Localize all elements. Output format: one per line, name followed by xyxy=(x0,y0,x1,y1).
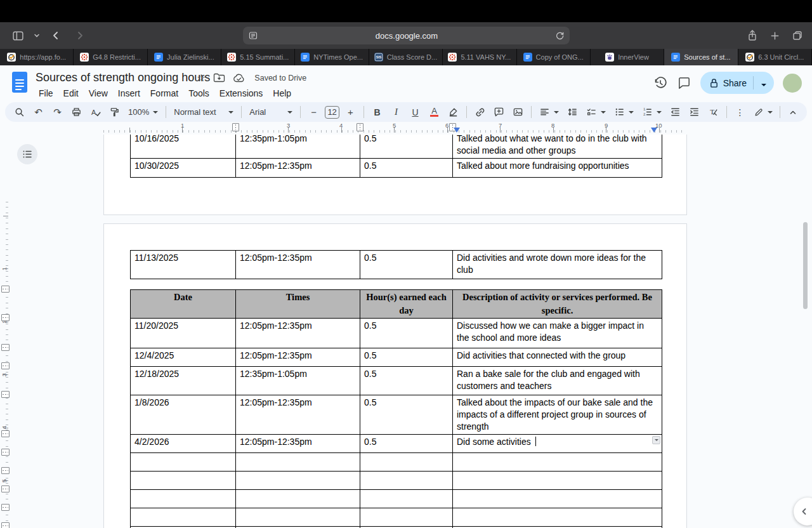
cell-times[interactable]: 12:35pm-1:05pm xyxy=(236,135,360,159)
reader-icon[interactable] xyxy=(248,30,258,41)
horizontal-ruler[interactable]: 1 2 3 4 5 6 7 8 9 10 xyxy=(0,122,812,135)
menu-edit[interactable]: Edit xyxy=(59,87,83,100)
underline-button[interactable]: U xyxy=(407,104,423,120)
undo-icon[interactable]: ↶ xyxy=(30,104,46,120)
clear-formatting-icon[interactable]: T xyxy=(705,104,721,120)
search-icon[interactable] xyxy=(11,104,27,120)
font-size-input[interactable]: 12 xyxy=(325,106,339,119)
tab-innerview[interactable]: InnerView xyxy=(591,49,664,65)
page-1[interactable]: 10/16/2025 12:35pm-1:05pm 0.5 Talked abo… xyxy=(103,135,687,215)
hours-table-main[interactable]: Date Times Hour(s) earned each day Descr… xyxy=(130,289,662,528)
cell-times[interactable]: 12:05pm-12:35pm xyxy=(236,159,360,178)
cell-description[interactable]: Did activities and wrote down more ideas… xyxy=(453,251,662,279)
row-marker[interactable] xyxy=(1,344,10,351)
zoom-select[interactable]: 100% xyxy=(126,107,160,117)
cell-times[interactable]: 12:05pm-12:35pm xyxy=(236,251,360,279)
share-dropdown[interactable] xyxy=(754,77,774,89)
styles-select[interactable]: Normal text xyxy=(171,107,236,117)
header-date[interactable]: Date xyxy=(131,290,236,319)
menu-extensions[interactable]: Extensions xyxy=(215,87,267,100)
reload-icon[interactable] xyxy=(555,31,565,41)
font-select[interactable]: Arial xyxy=(247,107,295,117)
cell-empty[interactable] xyxy=(360,508,453,527)
row-marker[interactable] xyxy=(1,522,10,528)
cell-empty[interactable] xyxy=(360,472,453,490)
avatar[interactable] xyxy=(783,74,802,93)
tab-g48-restrictions[interactable]: G4.8 Restricti... xyxy=(74,49,147,65)
cell-description-active[interactable]: Did some activities xyxy=(453,435,662,453)
italic-button[interactable]: I xyxy=(388,104,404,120)
move-folder-icon[interactable] xyxy=(213,72,225,83)
cell-hours[interactable]: 0.5 xyxy=(360,319,453,348)
cell-date[interactable]: 4/2/2026 xyxy=(131,435,236,453)
cell-empty[interactable] xyxy=(131,453,236,472)
paint-format-icon[interactable] xyxy=(107,104,122,120)
version-history-icon[interactable] xyxy=(653,76,668,91)
row-marker[interactable] xyxy=(1,286,10,293)
row-marker[interactable] xyxy=(1,430,10,437)
cell-description[interactable]: Talked about more fundraising opportunit… xyxy=(453,159,662,178)
cell-empty[interactable] xyxy=(131,508,236,527)
cell-empty[interactable] xyxy=(236,490,360,508)
increase-font-size-button[interactable]: + xyxy=(343,104,358,120)
cell-date[interactable]: 11/13/2025 xyxy=(131,251,236,279)
cell-hours[interactable]: 0.5 xyxy=(360,395,453,435)
address-bar[interactable]: docs.google.com xyxy=(243,27,570,44)
cell-empty[interactable] xyxy=(131,490,236,508)
cell-description[interactable]: Talked about the impacts of our bake sal… xyxy=(453,395,662,435)
document-outline-button[interactable] xyxy=(17,144,37,164)
cell-date[interactable]: 10/30/2025 xyxy=(131,159,236,178)
tab-sources-of-strength[interactable]: Sources of st... xyxy=(664,49,738,65)
saved-status[interactable]: Saved to Drive xyxy=(254,74,306,82)
numbered-list-select[interactable]: 1.2. xyxy=(639,107,664,117)
row-marker[interactable] xyxy=(1,391,10,398)
tab-copy-of-ong[interactable]: Copy of ONG... xyxy=(517,49,591,65)
cell-empty[interactable] xyxy=(236,508,360,527)
tab-app-formative[interactable]: https://app.fo... xyxy=(0,49,74,65)
tab-63-unit-circle[interactable]: 6.3 Unit Circl... xyxy=(738,49,812,65)
menu-help[interactable]: Help xyxy=(268,87,296,100)
cell-date[interactable]: 12/18/2025 xyxy=(131,367,236,395)
cell-empty[interactable] xyxy=(453,472,662,490)
hours-table-page2-top[interactable]: 11/13/2025 12:05pm-12:35pm 0.5 Did activ… xyxy=(130,250,662,279)
insert-image-icon[interactable] xyxy=(510,104,526,120)
cell-empty[interactable] xyxy=(236,453,360,472)
cell-hours[interactable]: 0.5 xyxy=(360,251,453,279)
right-indent-marker[interactable] xyxy=(651,128,657,133)
add-comment-icon[interactable] xyxy=(491,104,507,120)
align-select[interactable] xyxy=(537,107,561,117)
cell-empty[interactable] xyxy=(131,472,236,490)
cloud-saved-icon[interactable] xyxy=(233,73,246,83)
cell-times[interactable]: 12:05pm-12:35pm xyxy=(236,395,360,435)
star-icon[interactable]: ☆ xyxy=(197,73,206,83)
print-icon[interactable] xyxy=(69,104,84,120)
header-description[interactable]: Description of activity or services perf… xyxy=(453,290,662,319)
cell-description[interactable]: Talked about what we want to do in the c… xyxy=(453,135,662,159)
cell-date[interactable]: 11/20/2025 xyxy=(131,319,236,348)
cell-description[interactable]: Ran a bake sale for the club and engaged… xyxy=(453,367,662,395)
checklist-select[interactable] xyxy=(584,107,608,117)
share-button[interactable]: Share xyxy=(700,72,774,94)
line-spacing-icon[interactable] xyxy=(565,104,580,120)
header-hours[interactable]: Hour(s) earned each day xyxy=(360,290,453,319)
row-marker[interactable] xyxy=(1,504,10,511)
row-marker[interactable] xyxy=(1,362,10,369)
row-marker[interactable] xyxy=(1,449,10,456)
left-indent-marker[interactable] xyxy=(454,128,460,133)
cell-date[interactable]: 10/16/2025 xyxy=(131,135,236,159)
more-options-button[interactable]: ⋮ xyxy=(732,104,748,120)
tab-511-vahs[interactable]: 5.11 VAHS NY... xyxy=(443,49,516,65)
back-icon[interactable] xyxy=(47,27,65,44)
sidebar-icon[interactable] xyxy=(9,27,27,44)
tab-515-summative[interactable]: 5.15 Summati... xyxy=(221,49,295,65)
header-times[interactable]: Times xyxy=(236,290,360,319)
editing-mode-select[interactable] xyxy=(751,107,775,117)
cell-times[interactable]: 12:05pm-12:35pm xyxy=(236,319,360,348)
text-color-button[interactable]: A xyxy=(426,104,442,120)
menu-insert[interactable]: Insert xyxy=(114,87,145,100)
cell-description[interactable]: Did activities that connected with the g… xyxy=(453,348,662,367)
cell-empty[interactable] xyxy=(360,453,453,472)
chevron-down-icon[interactable] xyxy=(33,32,41,39)
share-icon[interactable] xyxy=(747,29,758,42)
url-text[interactable]: docs.google.com xyxy=(258,31,555,41)
